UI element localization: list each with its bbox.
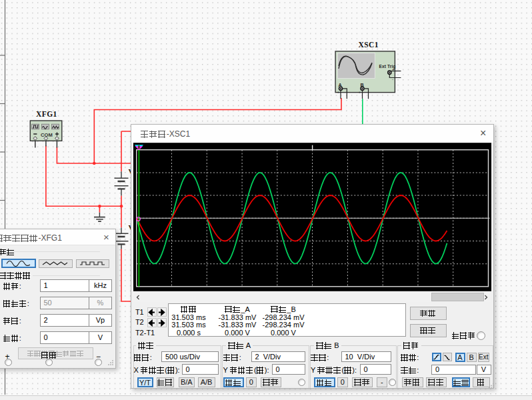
svg-text:-: - bbox=[392, 77, 393, 81]
svg-text:+: + bbox=[392, 67, 395, 71]
svg-text:+: + bbox=[359, 90, 361, 94]
svg-text:XSC1: XSC1 bbox=[359, 41, 379, 49]
svg-text:-: - bbox=[347, 90, 348, 94]
svg-text:-: - bbox=[368, 90, 369, 94]
svg-text:+: + bbox=[337, 90, 340, 94]
svg-text:A: A bbox=[339, 82, 342, 88]
svg-text:B: B bbox=[361, 82, 364, 88]
svg-text:XFG1: XFG1 bbox=[36, 110, 57, 118]
